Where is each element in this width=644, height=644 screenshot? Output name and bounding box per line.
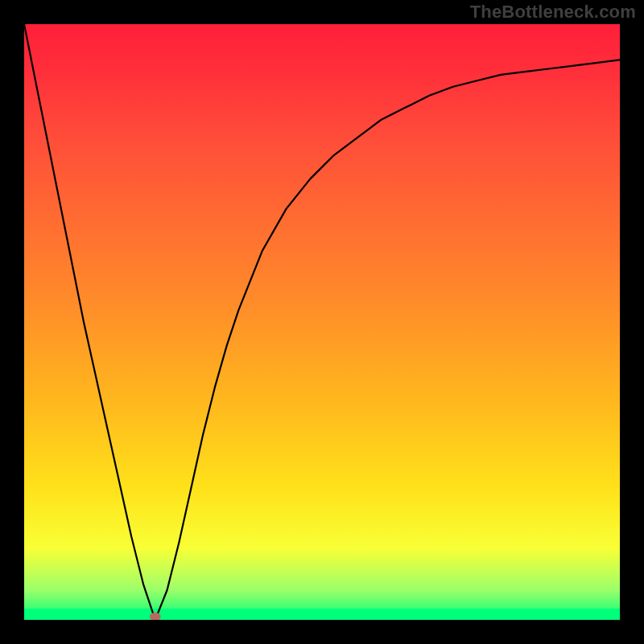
watermark-text: TheBottleneck.com bbox=[470, 2, 636, 23]
bottleneck-curve bbox=[24, 24, 620, 620]
min-marker-dot bbox=[150, 613, 161, 620]
curve-svg bbox=[24, 24, 620, 620]
plot-area bbox=[24, 24, 620, 620]
chart-frame: TheBottleneck.com bbox=[0, 0, 644, 644]
